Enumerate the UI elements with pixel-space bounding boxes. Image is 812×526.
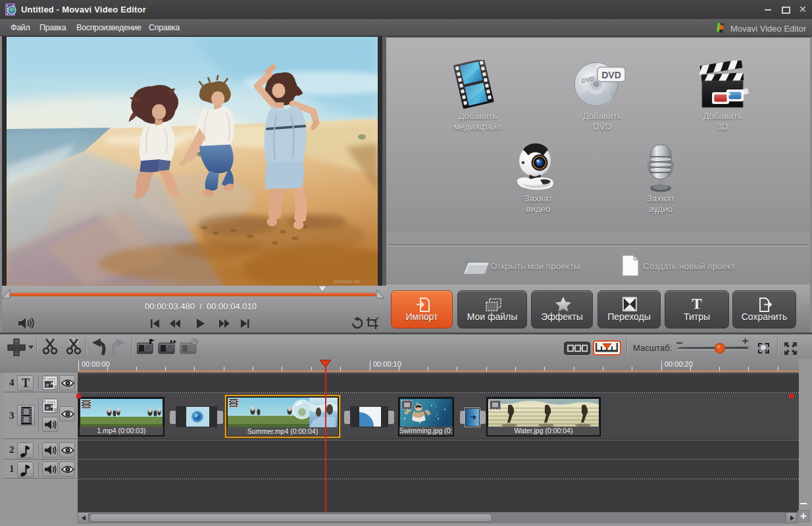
svg-text:alexrans.net: alexrans.net xyxy=(334,278,361,284)
svg-text:00:00:00: 00:00:00 xyxy=(82,360,110,368)
svg-text:00:00:20: 00:00:20 xyxy=(665,360,693,368)
svg-text:00:00:10: 00:00:10 xyxy=(373,360,401,368)
svg-text:DVD: DVD xyxy=(601,70,621,80)
